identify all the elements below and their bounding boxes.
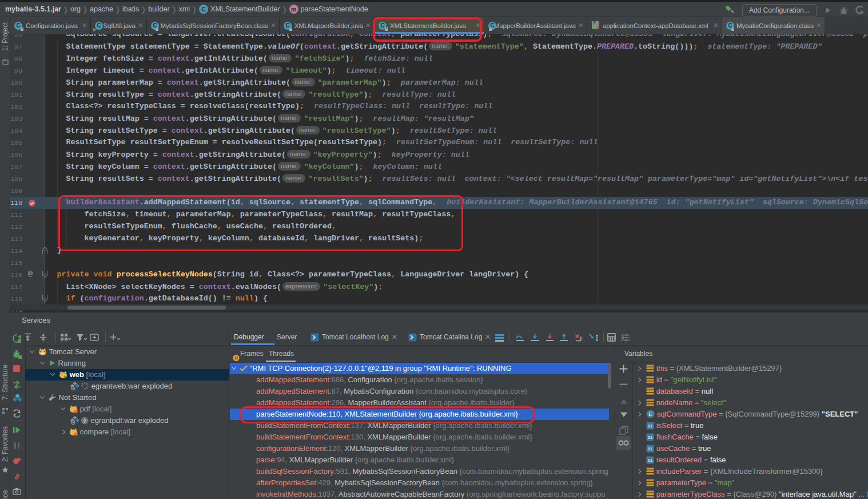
svg-text:01: 01 [648,423,652,429]
svg-text:01: 01 [648,446,652,452]
svg-text:?: ? [83,418,86,424]
svg-text:01: 01 [648,435,652,440]
svg-text:01: 01 [648,458,652,463]
svg-text:E: E [648,411,652,417]
